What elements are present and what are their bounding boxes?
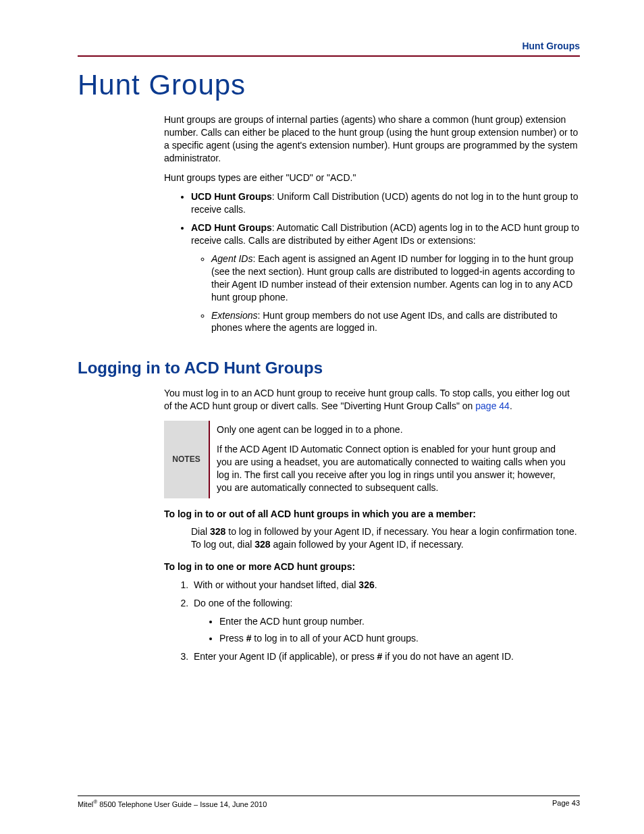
dial-code-328-a: 328 [210, 526, 225, 537]
step-1: With or without your handset lifted, dia… [191, 579, 580, 592]
agent-ids-text: : Each agent is assigned an Agent ID num… [211, 253, 575, 303]
dial-code-328-b: 328 [254, 539, 270, 550]
extensions-item: Extensions: Hunt group members do not us… [211, 309, 580, 335]
acd-sublist: Agent IDs: Each agent is assigned an Age… [191, 253, 580, 334]
note-1: Only one agent can be logged in to a pho… [217, 423, 573, 436]
dial-code-326: 326 [358, 579, 374, 590]
running-header: Hunt Groups [78, 41, 580, 57]
acd-item: ACD Hunt Groups: Automatic Call Distribu… [191, 221, 580, 334]
extensions-label: Extensions [211, 310, 257, 321]
body-content: Hunt groups are groups of internal parti… [164, 113, 580, 334]
acd-label: ACD Hunt Groups [191, 222, 272, 233]
ucd-item: UCD Hunt Groups: Uniform Call Distributi… [191, 190, 580, 216]
agent-ids-label: Agent IDs [211, 253, 252, 264]
procedure-2-steps: With or without your handset lifted, dia… [164, 579, 580, 662]
note-2: If the ACD Agent ID Automatic Connect op… [217, 443, 573, 494]
login-intro-text-b: . [510, 400, 512, 411]
notes-content: Only one agent can be logged in to a pho… [210, 421, 580, 498]
agent-ids-item: Agent IDs: Each agent is assigned an Age… [211, 253, 580, 304]
procedure-2-heading: To log in to one or more ACD hunt groups… [164, 561, 580, 573]
notes-box: NOTES Only one agent can be logged in to… [164, 421, 580, 498]
hunt-group-types-list: UCD Hunt Groups: Uniform Call Distributi… [164, 190, 580, 334]
intro-paragraph-1: Hunt groups are groups of internal parti… [164, 113, 580, 165]
step-3: Enter your Agent ID (if applicable), or … [191, 650, 580, 663]
extensions-text: : Hunt group members do not use Agent ID… [211, 310, 558, 334]
login-section-body: You must log in to an ACD hunt group to … [164, 387, 580, 662]
login-intro: You must log in to an ACD hunt group to … [164, 387, 580, 413]
chapter-title: Hunt Groups [78, 69, 580, 101]
intro-paragraph-2: Hunt groups types are either "UCD" or "A… [164, 172, 580, 184]
page: Hunt Groups Hunt Groups Hunt groups are … [0, 0, 644, 834]
page-footer: Mitel® 8500 Telephone User Guide – Issue… [78, 796, 580, 808]
page-44-link[interactable]: page 44 [475, 400, 510, 411]
ucd-label: UCD Hunt Groups [191, 191, 272, 202]
step-2: Do one of the following: Enter the ACD h… [191, 597, 580, 645]
step-2-options: Enter the ACD hunt group number. Press #… [194, 615, 580, 645]
footer-page-number: Page 43 [552, 799, 580, 808]
procedure-1-body: Dial 328 to log in followed by your Agen… [191, 525, 580, 551]
procedure-1-heading: To log in to or out of all ACD hunt grou… [164, 508, 580, 521]
step-2-option-2: Press # to log in to all of your ACD hun… [219, 632, 580, 645]
section-heading-login: Logging in to ACD Hunt Groups [78, 359, 580, 377]
step-2-option-1: Enter the ACD hunt group number. [219, 615, 580, 628]
footer-left: Mitel® 8500 Telephone User Guide – Issue… [78, 799, 267, 808]
notes-label: NOTES [164, 421, 210, 498]
